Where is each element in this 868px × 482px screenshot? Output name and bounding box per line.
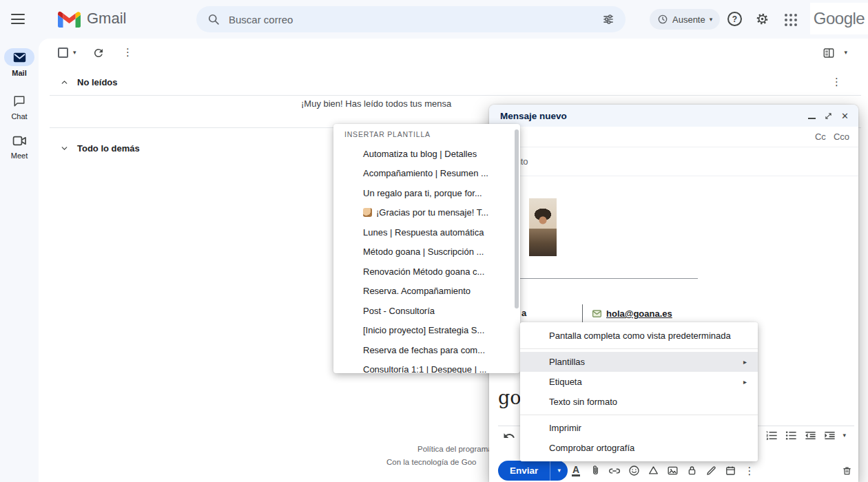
- expand-icon[interactable]: [825, 112, 832, 120]
- active-pill: [4, 48, 34, 66]
- template-item[interactable]: Acompañamiento | Resumen ...: [333, 164, 520, 184]
- menu-item-etiqueta[interactable]: Etiqueta ▸: [520, 372, 758, 392]
- scrollbar-thumb[interactable]: [515, 129, 519, 308]
- indent-decrease-icon[interactable]: [804, 429, 817, 442]
- confidential-lock-icon[interactable]: [682, 464, 701, 477]
- mail-icon: [13, 52, 26, 63]
- signature-email-link[interactable]: hola@goana.es: [606, 308, 672, 319]
- signature-pen-icon[interactable]: [701, 464, 721, 477]
- menu-item-label: Comprobar ortografía: [549, 443, 634, 453]
- template-item[interactable]: Automatiza tu blog | Detalles: [333, 144, 520, 164]
- template-item[interactable]: Método goana | Suscripción ...: [333, 242, 520, 262]
- menu-item-texto-sin-formato[interactable]: Texto sin formato: [520, 392, 758, 412]
- menu-item-imprimir[interactable]: Imprimir: [520, 418, 758, 438]
- emoji-icon: [363, 208, 372, 217]
- gmail-wordmark: Gmail: [87, 10, 126, 28]
- submenu-arrow-icon: ▸: [743, 378, 747, 386]
- search-bar[interactable]: Buscar correo: [196, 6, 626, 32]
- refresh-icon[interactable]: [92, 47, 105, 59]
- chevron-up-icon: [60, 78, 69, 87]
- template-item[interactable]: Lunes | Respuesta automática: [333, 222, 520, 242]
- send-options-caret[interactable]: ▾: [550, 461, 568, 481]
- compose-title: Mensaje nuevo: [500, 111, 567, 121]
- select-all-checkbox[interactable]: [58, 48, 68, 58]
- menu-item-label: Pantalla completa como vista predetermin…: [549, 331, 731, 341]
- template-item-label: ¡Gracias por tu mensaje! T...: [376, 207, 488, 218]
- search-input[interactable]: Buscar correo: [229, 14, 593, 25]
- close-icon[interactable]: ✕: [841, 111, 849, 121]
- menu-item-plantillas[interactable]: Plantillas ▸: [520, 352, 758, 372]
- reading-pane-icon[interactable]: [823, 47, 835, 59]
- more-formatting-caret[interactable]: ▾: [843, 432, 846, 439]
- menu-item-fullscreen-default[interactable]: Pantalla completa como vista predetermin…: [520, 326, 758, 346]
- recipients-row[interactable]: Para Cc Cco: [489, 127, 858, 147]
- template-item[interactable]: Un regalo para ti, porque for...: [333, 183, 520, 203]
- indent-increase-icon[interactable]: [823, 429, 836, 442]
- template-item[interactable]: Consultoría 1:1 | Despegue | ...: [333, 360, 520, 374]
- status-chip[interactable]: Ausente ▾: [650, 9, 720, 30]
- attach-file-icon[interactable]: [586, 464, 605, 477]
- template-item[interactable]: Reserva. Acompañamiento: [333, 282, 520, 302]
- insert-emoji-icon[interactable]: [624, 464, 643, 477]
- bulleted-list-icon[interactable]: [785, 429, 798, 442]
- menu-item-label: Plantillas: [549, 357, 585, 367]
- template-item[interactable]: ¡Gracias por tu mensaje! T...: [333, 203, 520, 223]
- program-policy-link[interactable]: Política del programa: [417, 445, 493, 453]
- search-icon[interactable]: [207, 12, 220, 26]
- all-read-message: ¡Muy bien! Has leído todos tus mensa: [301, 98, 489, 109]
- gmail-m-icon: [58, 10, 81, 28]
- cc-toggle[interactable]: Cc: [815, 132, 826, 142]
- menu-item-label: Texto sin formato: [549, 397, 617, 407]
- insert-image-icon[interactable]: [663, 464, 682, 477]
- help-icon[interactable]: ?: [727, 12, 742, 26]
- signature-divider: [499, 278, 698, 279]
- search-filter-icon[interactable]: [601, 12, 615, 26]
- discard-draft-icon[interactable]: [841, 464, 853, 477]
- sidebar-item-mail[interactable]: Mail: [0, 48, 39, 77]
- menu-item-label: Imprimir: [549, 423, 581, 433]
- drive-icon[interactable]: [643, 464, 663, 477]
- compose-header[interactable]: Mensaje nuevo ✕: [489, 105, 858, 127]
- send-button[interactable]: Enviar: [498, 461, 550, 481]
- caret-down-icon: ▾: [558, 468, 561, 474]
- sidebar-item-chat[interactable]: Chat: [0, 93, 39, 120]
- template-item[interactable]: Reserva de fechas para com...: [333, 340, 520, 360]
- status-caret-icon: ▾: [710, 17, 713, 23]
- section-unread[interactable]: No leídos ⋮: [39, 73, 868, 91]
- rail-label-meet: Meet: [11, 151, 28, 160]
- insert-link-icon[interactable]: [605, 464, 624, 478]
- template-item[interactable]: Renovación Método goana c...: [333, 262, 520, 282]
- reading-pane-caret[interactable]: ▾: [844, 50, 847, 56]
- format-a-glyph: A: [572, 465, 580, 476]
- gmail-logo[interactable]: Gmail: [58, 10, 126, 28]
- compose-more-options-menu: Pantalla completa como vista predetermin…: [520, 322, 758, 461]
- section-everything-else-label: Todo lo demás: [77, 143, 140, 154]
- calendar-icon[interactable]: [721, 464, 740, 477]
- main-menu-icon[interactable]: [11, 14, 25, 24]
- signature-name-fragment: a: [521, 308, 526, 318]
- google-wordmark: Google: [814, 9, 865, 28]
- undo-icon[interactable]: [503, 430, 515, 442]
- google-logo: Google: [810, 3, 868, 34]
- settings-gear-icon[interactable]: [755, 12, 769, 26]
- section-unread-label: No leídos: [77, 77, 118, 87]
- subject-row[interactable]: Asunto: [489, 147, 858, 176]
- template-item[interactable]: [Inicio proyecto] Estrategia S...: [333, 321, 520, 341]
- menu-item-comprobar-ortografia[interactable]: Comprobar ortografía: [520, 438, 758, 458]
- select-options-caret[interactable]: ▾: [73, 50, 76, 56]
- away-clock-icon: [657, 14, 668, 25]
- minimize-icon[interactable]: [808, 118, 816, 119]
- list-more-icon[interactable]: ⋮: [123, 46, 133, 59]
- section-more-icon[interactable]: ⋮: [831, 76, 842, 88]
- formatting-options-icon[interactable]: A: [566, 465, 586, 476]
- template-item[interactable]: Post - Consultoría: [333, 301, 520, 321]
- chat-icon: [13, 95, 25, 107]
- more-options-icon[interactable]: ⋮: [740, 465, 759, 477]
- numbered-list-icon[interactable]: [765, 429, 778, 442]
- sidebar-item-meet[interactable]: Meet: [0, 132, 39, 160]
- gmail-window: ▾ ⋮ ▾ No leídos ⋮ ¡Muy bien! Has leído t…: [0, 0, 868, 482]
- google-apps-icon[interactable]: [785, 14, 797, 26]
- powered-by-text: Con la tecnología de Goo: [386, 458, 476, 466]
- bcc-toggle[interactable]: Cco: [834, 132, 849, 142]
- status-label: Ausente: [672, 14, 705, 25]
